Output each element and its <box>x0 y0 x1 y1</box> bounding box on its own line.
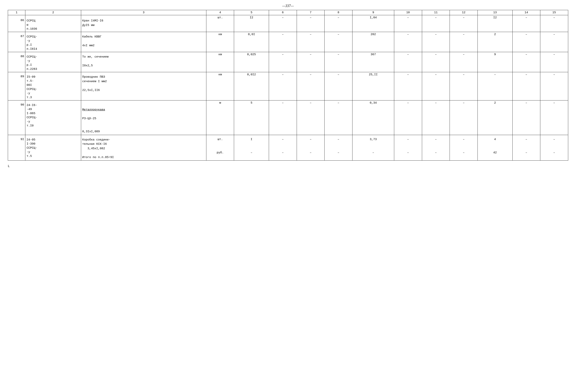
col-header-5: 5 <box>234 10 269 15</box>
row-col12: – <box>450 15 478 32</box>
col-header-13: 13 <box>478 10 512 15</box>
row-col15: – <box>540 100 568 135</box>
row-col11: – <box>422 72 450 100</box>
row-col12: – <box>450 72 478 100</box>
row-col10: – <box>394 52 422 72</box>
row-col8: – <box>325 100 352 135</box>
header-row: 1 2 3 4 5 6 7 8 9 10 11 12 13 14 15 <box>8 10 568 15</box>
row-col15: – <box>540 15 568 32</box>
row-col5: 0,0I <box>234 32 269 52</box>
row-col7: – <box>297 52 325 72</box>
table-row: 86 ССРСЦ ш п.1036 Кран I4МI-I6 ДуI5 мм ш… <box>8 15 568 32</box>
row-col15: – <box>540 52 568 72</box>
col-header-4: 4 <box>206 10 234 15</box>
row-desc: Проводник ПВЗ сечением I мм2 22,5хI,II6 <box>81 72 206 100</box>
row-col8: –– <box>325 135 352 161</box>
row-col8: – <box>325 52 352 72</box>
row-code: 24-I6- -49 I-065 ССРСЦ- -у т.I0 <box>25 100 81 135</box>
row-desc: Коробка соедини- тельная КСК-I6 3,45хI,0… <box>81 135 206 161</box>
row-col15: – <box>540 72 568 100</box>
row-col7: – <box>297 32 325 52</box>
row-col9: 25,II <box>352 72 394 100</box>
row-code: ССРСЦ ш п.1036 <box>25 15 81 32</box>
row-col11: – <box>422 52 450 72</box>
table-row: 90 24-I6- -49 I-065 ССРСЦ- -у т.I0 Метал… <box>8 100 568 135</box>
row-col12: – <box>450 52 478 72</box>
main-table: 1 2 3 4 5 6 7 8 9 10 11 12 13 14 15 86 С… <box>8 10 568 161</box>
row-col5: 0,025 <box>234 52 269 72</box>
row-desc: Кран I4МI-I6 ДуI5 мм <box>81 15 206 32</box>
row-col11: – <box>422 15 450 32</box>
row-col12: –– <box>450 135 478 161</box>
row-col7: – <box>297 72 325 100</box>
row-desc: Металлорукава РЗ-ЦХ-25 0,3IхI,089 <box>81 100 206 135</box>
row-col12: – <box>450 100 478 135</box>
row-col6: – <box>269 52 297 72</box>
row-col14: – <box>512 52 540 72</box>
table-row: 9I 24-05 I-390 ССРСЦ- -у т.5 Коробка сое… <box>8 135 568 161</box>
row-col6: – <box>269 72 297 100</box>
row-col11: –– <box>422 135 450 161</box>
col-header-15: 15 <box>540 10 568 15</box>
row-col6: –– <box>269 135 297 161</box>
row-col4: км <box>206 52 234 72</box>
col-header-7: 7 <box>297 10 325 15</box>
row-col13: 2 <box>478 32 512 52</box>
row-col9: 202 <box>352 32 394 52</box>
row-num: 87 <box>8 32 25 52</box>
row-num: 86 <box>8 15 25 32</box>
row-col14: – <box>512 15 540 32</box>
row-col7: –– <box>297 135 325 161</box>
row-num: 9I <box>8 135 25 161</box>
row-col13: 9 <box>478 52 512 72</box>
row-col6: – <box>269 15 297 32</box>
row-col13: 2 <box>478 100 512 135</box>
row-num: 88 <box>8 52 25 72</box>
row-col9: 0,34 <box>352 100 394 135</box>
row-code: I5-09 т.5- 00I ССРСЦ- -у т.3 <box>25 72 81 100</box>
row-col6: – <box>269 32 297 52</box>
row-desc: То же, сечением I0х2,5 <box>81 52 206 72</box>
row-col4: м <box>206 100 234 135</box>
row-num: 90 <box>8 100 25 135</box>
col-header-6: 6 <box>269 10 297 15</box>
row-col11: – <box>422 32 450 52</box>
row-col14: – <box>512 72 540 100</box>
row-col10: – <box>394 32 422 52</box>
col-header-8: 8 <box>325 10 352 15</box>
col-header-3: 3 <box>81 10 206 15</box>
col-header-12: 12 <box>450 10 478 15</box>
row-col8: – <box>325 15 352 32</box>
row-col6: – <box>269 100 297 135</box>
row-col13: 442 <box>478 135 512 161</box>
col-header-14: 14 <box>512 10 540 15</box>
row-col14: – <box>512 32 540 52</box>
row-col12: – <box>450 32 478 52</box>
row-code: ССРСЦ- -у р.I п.2283 <box>25 52 81 72</box>
row-col4: шт. <box>206 15 234 32</box>
col-header-1: 1 <box>8 10 25 15</box>
row-col9: 3,73– <box>352 135 394 161</box>
row-col10: – <box>394 72 422 100</box>
row-col10: –– <box>394 135 422 161</box>
row-col15: –– <box>540 135 568 161</box>
row-col15: – <box>540 32 568 52</box>
row-col10: – <box>394 100 422 135</box>
table-row: 88 ССРСЦ- -у р.I п.2283 То же, сечением … <box>8 52 568 72</box>
row-col13: – <box>478 72 512 100</box>
row-col5: 5 <box>234 100 269 135</box>
table-row: 89 I5-09 т.5- 00I ССРСЦ- -у т.3 Проводни… <box>8 72 568 100</box>
row-col5: I– <box>234 135 269 161</box>
page-header: —337— <box>8 4 568 8</box>
col-header-2: 2 <box>25 10 81 15</box>
row-code: 24-05 I-390 ССРСЦ- -у т.5 <box>25 135 81 161</box>
row-col9: 367 <box>352 52 394 72</box>
table-row: 87 ССРСЦ- -у р.I п.I8I4 Кабель КВВГ 4хI … <box>8 32 568 52</box>
row-col10: – <box>394 15 422 32</box>
col-header-11: 11 <box>422 10 450 15</box>
row-col11: – <box>422 100 450 135</box>
col-header-9: 9 <box>352 10 394 15</box>
row-col4: км <box>206 72 234 100</box>
row-col8: – <box>325 72 352 100</box>
row-col8: – <box>325 32 352 52</box>
